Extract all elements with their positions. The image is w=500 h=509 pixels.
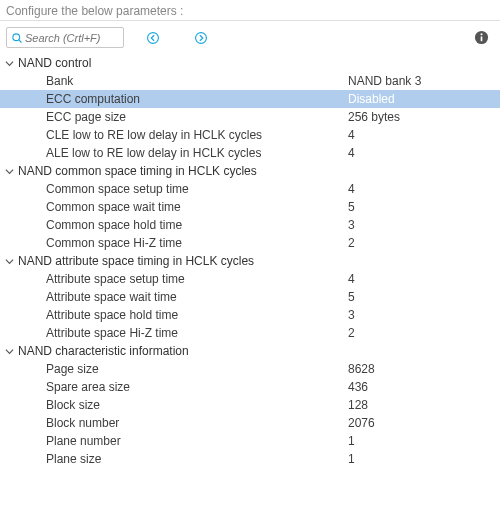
- group-label: NAND common space timing in HCLK cycles: [18, 164, 257, 178]
- parameter-row[interactable]: Attribute space hold time3: [0, 306, 500, 324]
- parameter-row[interactable]: Block number2076: [0, 414, 500, 432]
- toolbar: [0, 21, 500, 52]
- chevron-down-icon: [4, 347, 14, 356]
- parameter-value[interactable]: 1: [348, 434, 500, 448]
- chevron-down-icon: [4, 59, 14, 68]
- parameter-value[interactable]: 2: [348, 326, 500, 340]
- parameter-row[interactable]: Block size128: [0, 396, 500, 414]
- parameter-name: Plane number: [46, 434, 348, 448]
- svg-point-3: [196, 32, 207, 43]
- parameter-row[interactable]: Page size8628: [0, 360, 500, 378]
- parameter-value[interactable]: 5: [348, 200, 500, 214]
- group-header[interactable]: NAND attribute space timing in HCLK cycl…: [0, 252, 500, 270]
- chevron-down-icon: [4, 257, 14, 266]
- parameter-row[interactable]: Common space wait time5: [0, 198, 500, 216]
- parameter-name: ALE low to RE low delay in HCLK cycles: [46, 146, 348, 160]
- parameter-name: Attribute space wait time: [46, 290, 348, 304]
- parameter-value[interactable]: 128: [348, 398, 500, 412]
- parameter-value[interactable]: 256 bytes: [348, 110, 500, 124]
- parameter-tree: NAND controlBankNAND bank 3ECC computati…: [0, 52, 500, 474]
- parameter-value[interactable]: NAND bank 3: [348, 74, 500, 88]
- parameter-name: Common space wait time: [46, 200, 348, 214]
- parameter-row[interactable]: CLE low to RE low delay in HCLK cycles4: [0, 126, 500, 144]
- parameter-value[interactable]: 4: [348, 128, 500, 142]
- search-icon: [11, 32, 23, 44]
- parameter-value[interactable]: 4: [348, 146, 500, 160]
- svg-point-2: [148, 32, 159, 43]
- parameter-name: Bank: [46, 74, 348, 88]
- group-label: NAND control: [18, 56, 91, 70]
- parameter-name: ECC computation: [46, 92, 348, 106]
- panel-title: Configure the below parameters :: [0, 0, 500, 21]
- parameter-value[interactable]: 2076: [348, 416, 500, 430]
- parameter-name: Plane size: [46, 452, 348, 466]
- parameter-row[interactable]: Attribute space wait time5: [0, 288, 500, 306]
- group-header[interactable]: NAND characteristic information: [0, 342, 500, 360]
- parameter-value[interactable]: 4: [348, 272, 500, 286]
- parameter-row[interactable]: Attribute space setup time4: [0, 270, 500, 288]
- parameter-value[interactable]: 1: [348, 452, 500, 466]
- parameter-row[interactable]: BankNAND bank 3: [0, 72, 500, 90]
- parameter-row[interactable]: ECC computationDisabled: [0, 90, 500, 108]
- parameter-value[interactable]: 436: [348, 380, 500, 394]
- group-header[interactable]: NAND common space timing in HCLK cycles: [0, 162, 500, 180]
- svg-point-5: [480, 33, 482, 35]
- parameter-value[interactable]: 2: [348, 236, 500, 250]
- parameter-name: Attribute space Hi-Z time: [46, 326, 348, 340]
- svg-rect-6: [480, 36, 482, 41]
- parameter-name: Spare area size: [46, 380, 348, 394]
- chevron-down-icon: [4, 167, 14, 176]
- search-input[interactable]: [25, 32, 115, 44]
- parameter-name: Common space setup time: [46, 182, 348, 196]
- group-label: NAND characteristic information: [18, 344, 189, 358]
- parameter-value[interactable]: 5: [348, 290, 500, 304]
- parameter-name: ECC page size: [46, 110, 348, 124]
- group-header[interactable]: NAND control: [0, 54, 500, 72]
- svg-point-0: [13, 33, 20, 40]
- info-icon[interactable]: [472, 29, 490, 47]
- parameter-value[interactable]: 4: [348, 182, 500, 196]
- prev-match-button[interactable]: [144, 29, 162, 47]
- parameter-name: Page size: [46, 362, 348, 376]
- parameter-name: Attribute space setup time: [46, 272, 348, 286]
- parameter-row[interactable]: Plane number1: [0, 432, 500, 450]
- svg-line-1: [19, 39, 22, 42]
- parameter-value[interactable]: 3: [348, 308, 500, 322]
- parameter-name: Common space Hi-Z time: [46, 236, 348, 250]
- parameter-name: Attribute space hold time: [46, 308, 348, 322]
- parameter-row[interactable]: Common space Hi-Z time2: [0, 234, 500, 252]
- group-label: NAND attribute space timing in HCLK cycl…: [18, 254, 254, 268]
- parameter-row[interactable]: ALE low to RE low delay in HCLK cycles4: [0, 144, 500, 162]
- parameter-row[interactable]: Attribute space Hi-Z time2: [0, 324, 500, 342]
- parameter-row[interactable]: ECC page size256 bytes: [0, 108, 500, 126]
- parameter-value[interactable]: Disabled: [348, 92, 500, 106]
- parameter-row[interactable]: Spare area size436: [0, 378, 500, 396]
- parameter-row[interactable]: Common space hold time3: [0, 216, 500, 234]
- next-match-button[interactable]: [192, 29, 210, 47]
- parameter-name: Block size: [46, 398, 348, 412]
- parameter-row[interactable]: Common space setup time4: [0, 180, 500, 198]
- parameter-value[interactable]: 8628: [348, 362, 500, 376]
- parameter-name: Common space hold time: [46, 218, 348, 232]
- search-field-wrap[interactable]: [6, 27, 124, 48]
- parameter-row[interactable]: Plane size1: [0, 450, 500, 468]
- parameter-name: CLE low to RE low delay in HCLK cycles: [46, 128, 348, 142]
- parameter-value[interactable]: 3: [348, 218, 500, 232]
- parameter-name: Block number: [46, 416, 348, 430]
